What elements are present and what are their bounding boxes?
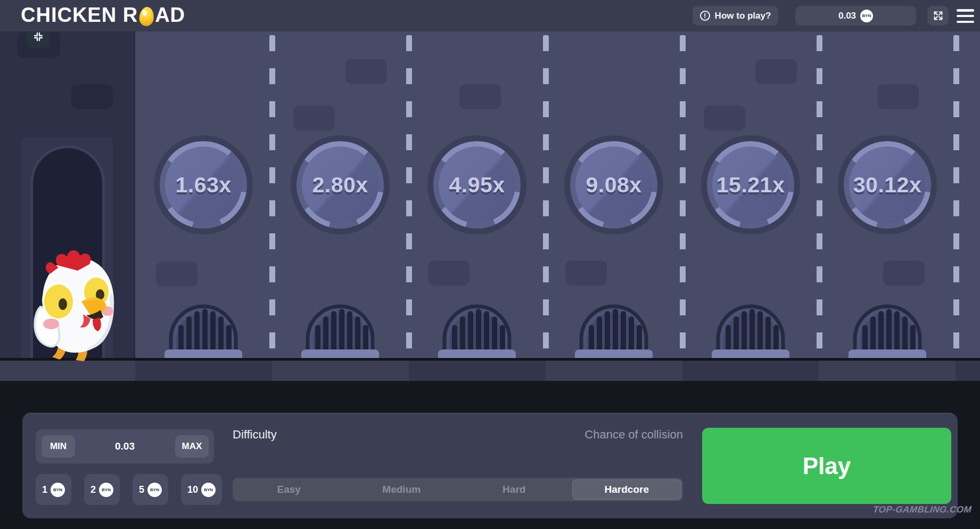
multiplier-target[interactable]: 30.12x bbox=[838, 135, 937, 234]
fullscreen-button[interactable] bbox=[927, 6, 949, 26]
watermark: TOP-GAMBLING.COM bbox=[872, 504, 972, 515]
multiplier-value: 1.63x bbox=[154, 135, 253, 234]
multiplier-target[interactable]: 15.21x bbox=[701, 135, 800, 234]
multiplier-target[interactable]: 9.08x bbox=[564, 135, 663, 234]
control-panel: MIN 0.03 MAX 1 BYN 2 BYN 5 BYN 10 BYN Di… bbox=[22, 413, 958, 518]
sewer-grate-icon bbox=[847, 297, 927, 358]
difficulty-option[interactable]: Easy bbox=[234, 479, 344, 500]
how-to-play-label: How to play? bbox=[715, 11, 771, 21]
game-area: 1.63x 2.80x bbox=[0, 31, 980, 358]
difficulty-option[interactable]: Medium bbox=[347, 479, 457, 500]
multiplier-value: 4.95x bbox=[427, 135, 526, 234]
bet-max-button[interactable]: MAX bbox=[175, 435, 209, 458]
chip-amount: 10 bbox=[187, 484, 198, 495]
fullscreen-expand-icon bbox=[933, 11, 943, 21]
menu-icon bbox=[957, 9, 974, 12]
collapse-icon bbox=[32, 31, 44, 43]
bottom-sidewalk bbox=[0, 361, 980, 381]
quick-bet-chip[interactable]: 10 BYN bbox=[181, 474, 222, 505]
start-sidewalk bbox=[0, 31, 135, 358]
how-to-play-button[interactable]: ! How to play? bbox=[693, 6, 778, 26]
road-lane: 1.63x bbox=[135, 31, 272, 358]
difficulty-selector: Easy Medium Hard Hardcore bbox=[233, 478, 683, 501]
multiplier-value: 2.80x bbox=[291, 135, 390, 234]
logo-text-left: CHICKEN R bbox=[21, 4, 138, 27]
chip-amount: 2 bbox=[90, 484, 96, 495]
road-lane: 15.21x bbox=[682, 31, 819, 358]
multiplier-value: 15.21x bbox=[701, 135, 800, 234]
play-button[interactable]: Play bbox=[702, 428, 951, 504]
chance-of-collision-label: Chance of collision bbox=[475, 428, 683, 442]
quick-bet-chip[interactable]: 1 BYN bbox=[36, 474, 71, 505]
golden-egg-icon bbox=[138, 6, 155, 27]
lane-divider-dashes bbox=[953, 35, 959, 355]
sewer-grate-icon bbox=[163, 297, 243, 358]
multiplier-target[interactable]: 1.63x bbox=[154, 135, 253, 234]
road-lane: 2.80x bbox=[272, 31, 409, 358]
info-icon: ! bbox=[700, 11, 710, 21]
app-logo: CHICKEN RAD bbox=[21, 4, 185, 27]
balance-display[interactable]: 0.03 BYN bbox=[795, 6, 916, 26]
road-lane: 9.08x bbox=[546, 31, 682, 358]
quick-bet-chip[interactable]: 5 BYN bbox=[133, 474, 168, 505]
menu-button[interactable] bbox=[957, 9, 974, 23]
chip-currency-badge: BYN bbox=[147, 483, 162, 497]
chicken-road-app: CHICKEN RAD ! How to play? 0.03 BYN bbox=[0, 0, 980, 529]
quick-bet-chip[interactable]: 2 BYN bbox=[84, 474, 120, 505]
sewer-grate-icon bbox=[574, 297, 654, 358]
difficulty-option[interactable]: Hard bbox=[459, 479, 569, 500]
sewer-grate-icon bbox=[437, 297, 517, 358]
difficulty-label: Difficulty bbox=[233, 428, 277, 442]
difficulty-option[interactable]: Hardcore bbox=[572, 479, 682, 500]
sidewalk-patch bbox=[71, 84, 113, 109]
multiplier-value: 30.12x bbox=[838, 135, 937, 234]
chip-currency-badge: BYN bbox=[201, 483, 216, 497]
currency-badge: BYN bbox=[860, 10, 873, 22]
chip-amount: 1 bbox=[42, 484, 47, 495]
chip-amount: 5 bbox=[139, 484, 144, 495]
road-lane: 4.95x bbox=[409, 31, 546, 358]
sewer-grate-icon bbox=[300, 297, 380, 358]
chicken-character bbox=[27, 249, 120, 361]
chip-currency-badge: BYN bbox=[99, 483, 113, 497]
quick-bet-chips: 1 BYN 2 BYN 5 BYN 10 BYN bbox=[36, 474, 222, 505]
logo-text-right: AD bbox=[155, 4, 185, 27]
multiplier-target[interactable]: 4.95x bbox=[427, 135, 526, 234]
sewer-grate-icon bbox=[711, 297, 790, 358]
road-lane: 30.12x bbox=[819, 31, 956, 358]
balance-value: 0.03 bbox=[838, 11, 856, 21]
chip-currency-badge: BYN bbox=[51, 483, 65, 497]
multiplier-value: 9.08x bbox=[564, 135, 663, 234]
bet-amount-box: MIN 0.03 MAX bbox=[36, 429, 214, 463]
header-bar: CHICKEN RAD ! How to play? 0.03 BYN bbox=[0, 0, 980, 31]
road: 1.63x 2.80x bbox=[135, 31, 980, 358]
multiplier-target[interactable]: 2.80x bbox=[291, 135, 390, 234]
